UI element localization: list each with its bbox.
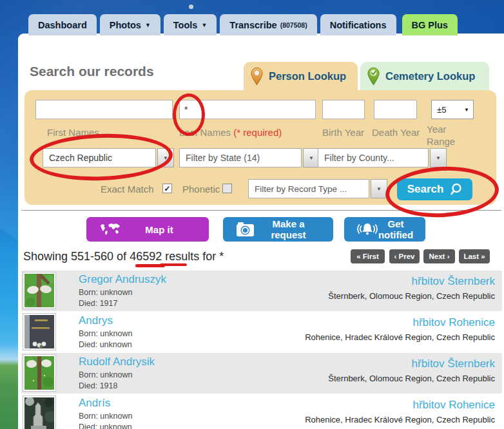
search-button[interactable]: Search [397,178,472,200]
grave-photo-thumbnail[interactable] [23,354,56,392]
world-map-icon [99,223,121,236]
cemetery-link[interactable]: hřbitov Šternberk [328,358,495,370]
nav-tab-transcribe[interactable]: Transcribe (807508) [220,14,316,35]
cemetery-location: Rohenice, Hradec Králové Region, Czech R… [305,332,495,342]
chevron-down-icon: ▼ [464,107,473,113]
grave-photo-thumbnail[interactable] [23,272,56,309]
nav-tab-label: Notifications [330,20,387,30]
exact-match-label: Exact Match [101,184,154,195]
tab-person-lookup[interactable]: Person Lookup [244,62,358,90]
phonetic-label: Phonetic [182,184,220,195]
person-name-link[interactable]: Gregor Andruszyk [79,273,166,286]
get-notified-button[interactable]: Get notified [344,217,425,242]
result-info: Rudolf Andrysik Born: unknown Died: 1918 [79,356,155,390]
county-filter-placeholder: Filter by County... [318,148,429,167]
birth-year-input[interactable] [322,100,365,119]
magnifier-icon [449,183,462,196]
died-line: Died: 1918 [79,381,155,390]
country-filter-select[interactable]: Czech Republic ▼ [43,148,174,167]
page-title: Search our records [30,64,154,79]
chevron-down-icon: ▼ [145,22,151,28]
first-names-label: First Names [47,127,99,138]
results-total-count: 46592 [130,250,162,263]
died-line: Died: 1917 [79,299,166,308]
map-it-label: Map it [121,224,205,235]
death-year-label: Death Year [372,127,420,138]
pagination-prev-button[interactable]: ‹ Prev [389,249,420,263]
section-divider [21,210,501,211]
nav-tab-label: Tools [173,20,198,30]
nav-tab-label: BG Plus [412,20,448,30]
grave-photo-thumbnail[interactable] [23,396,56,429]
state-filter-select[interactable]: Filter by State (14) ▼ [179,148,320,167]
grave-photo [24,315,54,348]
year-range-label: Year Range [427,124,459,148]
required-note: (* required) [233,127,282,138]
first-names-input[interactable] [35,100,173,119]
born-line: Born: unknown [79,329,132,338]
nav-tab-photos[interactable]: Photos ▼ [100,14,160,35]
main-nav: Dashboard Photos ▼ Tools ▼ Transcribe (8… [28,14,458,35]
last-names-label: Last Names (* required) [179,127,282,138]
grave-photo [24,397,54,429]
year-range-select[interactable]: ±5 ▼ [431,100,474,119]
person-name-link[interactable]: Andrys [79,314,132,327]
died-line: Died: unknown [79,340,132,349]
result-row: Andrys Born: unknown Died: unknown hřbit… [21,312,502,352]
results-summary: Showing 551-560 of 46592 results for * [23,250,224,263]
nav-tab-label: Photos [110,20,141,30]
result-row: Gregor Andruszyk Born: unknown Died: 191… [21,271,502,311]
nav-tab-label: Transcribe [229,20,276,30]
grave-photo [24,274,54,307]
orange-map-pin-icon [250,67,264,86]
get-notified-label: Get notified [378,218,422,240]
tab-label: Person Lookup [269,70,346,82]
state-filter-placeholder: Filter by State (14) [179,148,302,167]
born-line: Born: unknown [79,412,132,421]
cemetery-location: Šternberk, Olomouc Region, Czech Republi… [328,374,495,383]
camera-icon [236,222,255,237]
death-year-input[interactable] [374,100,417,119]
chevron-down-icon: ▼ [201,22,207,28]
grave-photo-thumbnail[interactable] [23,313,56,350]
make-a-request-label: Make a request [255,218,329,240]
cemetery-link[interactable]: hřbitov Rohenice [305,399,495,412]
pagination-first-button[interactable]: « First [351,249,385,263]
chevron-down-icon[interactable]: ▼ [371,179,387,198]
cemetery-location: Rohenice, Hradec Králové Region, Czech R… [305,415,495,424]
last-names-input[interactable] [179,100,316,119]
result-info: Gregor Andruszyk Born: unknown Died: 191… [79,273,166,308]
nav-tab-label: Dashboard [38,20,87,30]
cemetery-location: Šternberk, Olomouc Region, Czech Republi… [328,291,495,301]
chevron-down-icon[interactable]: ▼ [430,148,447,167]
result-cemetery-block: hřbitov Šternberk Šternberk, Olomouc Reg… [328,358,495,383]
county-filter-select[interactable]: Filter by County... ▼ [318,148,447,167]
make-a-request-button[interactable]: Make a request [223,217,333,242]
result-cemetery-block: hřbitov Rohenice Rohenice, Hradec Králov… [305,316,495,342]
tab-label: Cemetery Lookup [385,70,475,82]
country-filter-value: Czech Republic [43,148,156,167]
nav-tab-bg-plus[interactable]: BG Plus [402,14,458,35]
chevron-down-icon[interactable]: ▼ [157,148,174,167]
result-cemetery-block: hřbitov Rohenice Rohenice, Hradec Králov… [305,399,495,424]
map-it-button[interactable]: Map it [86,217,209,242]
person-name-link[interactable]: Andrís [79,397,132,410]
born-line: Born: unknown [79,370,155,379]
person-name-link[interactable]: Rudolf Andrysik [79,356,155,368]
tab-cemetery-lookup[interactable]: Cemetery Lookup [360,62,489,90]
nav-tab-tools[interactable]: Tools ▼ [164,14,217,35]
top-dot [189,5,193,9]
record-type-filter-select[interactable]: Filter by Record Type ... ▼ [248,179,387,198]
grave-photo [24,356,54,390]
pagination-last-button[interactable]: Last » [459,249,490,263]
result-row: Andrís Born: unknown Died: unknown hřbit… [21,394,502,429]
phonetic-checkbox[interactable] [222,184,232,193]
nav-tab-notifications[interactable]: Notifications [320,14,396,35]
nav-tab-dashboard[interactable]: Dashboard [28,14,97,35]
exact-match-checkbox[interactable]: ✓ [162,184,172,193]
green-map-pin-check-icon [367,67,380,86]
bell-icon [357,222,378,237]
pagination-next-button[interactable]: Next › [423,249,455,263]
cemetery-link[interactable]: hřbitov Šternberk [328,275,495,288]
cemetery-link[interactable]: hřbitov Rohenice [305,316,495,329]
